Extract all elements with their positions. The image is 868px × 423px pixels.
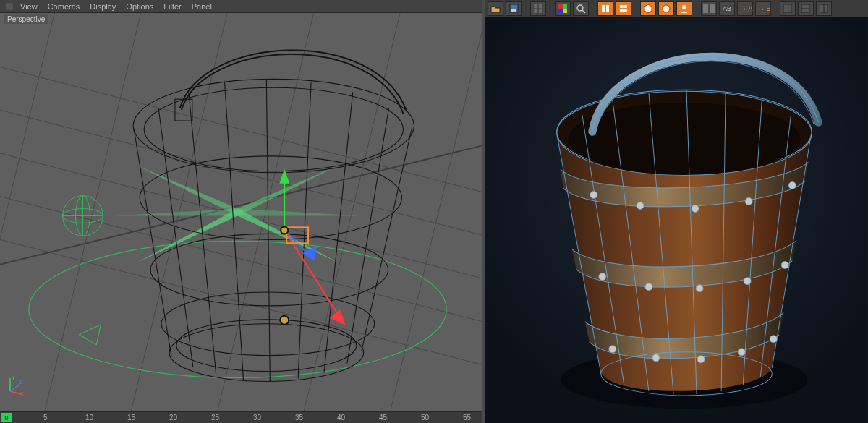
svg-rect-71 bbox=[710, 4, 715, 13]
timeline-tick: 50 bbox=[421, 414, 429, 422]
svg-point-95 bbox=[692, 205, 699, 212]
svg-point-97 bbox=[788, 181, 796, 189]
svg-rect-66 bbox=[620, 5, 627, 8]
timeline-tick: 5 bbox=[43, 414, 48, 422]
svg-rect-61 bbox=[563, 9, 567, 13]
search-icon[interactable] bbox=[573, 1, 589, 16]
svg-line-36 bbox=[362, 128, 412, 351]
svg-point-21 bbox=[133, 79, 414, 172]
menu-filter[interactable]: Filter bbox=[163, 2, 181, 11]
uv-a-icon[interactable] bbox=[780, 1, 796, 16]
svg-point-104 bbox=[652, 354, 660, 362]
svg-line-4 bbox=[0, 57, 482, 201]
timeline-tick: 30 bbox=[253, 414, 261, 422]
menu-options[interactable]: Options bbox=[126, 2, 153, 11]
timeline[interactable]: 0 5 10 15 20 25 30 35 40 45 50 55 bbox=[0, 411, 482, 423]
svg-rect-67 bbox=[620, 9, 627, 12]
svg-point-101 bbox=[744, 278, 751, 285]
svg-point-96 bbox=[745, 197, 752, 205]
svg-line-5 bbox=[0, 13, 58, 411]
svg-rect-58 bbox=[558, 4, 563, 9]
texture-render-viewport[interactable] bbox=[485, 17, 868, 423]
save-icon[interactable] bbox=[506, 1, 522, 16]
svg-point-99 bbox=[645, 283, 652, 291]
svg-text:Y: Y bbox=[12, 375, 15, 380]
svg-point-93 bbox=[590, 191, 597, 198]
menu-cameras[interactable]: Cameras bbox=[48, 2, 80, 11]
uv-c-icon[interactable] bbox=[816, 1, 832, 16]
shaded-icon[interactable] bbox=[658, 1, 674, 16]
svg-line-49 bbox=[10, 385, 19, 391]
svg-line-63 bbox=[582, 10, 585, 13]
svg-line-33 bbox=[298, 82, 311, 378]
swatch-icon[interactable] bbox=[555, 1, 571, 16]
open-folder-icon[interactable] bbox=[488, 1, 503, 16]
timeline-tick: 40 bbox=[337, 414, 345, 422]
svg-point-12 bbox=[29, 241, 446, 377]
timeline-tick: 15 bbox=[127, 414, 135, 422]
grid-icon[interactable] bbox=[530, 1, 546, 16]
svg-marker-15 bbox=[115, 209, 359, 216]
menu-view[interactable]: View bbox=[20, 2, 38, 11]
svg-line-3 bbox=[0, 230, 482, 374]
svg-text:Z: Z bbox=[19, 380, 22, 385]
cube-icon[interactable] bbox=[640, 1, 656, 16]
svg-point-69 bbox=[682, 5, 686, 9]
rendered-bucket bbox=[485, 17, 868, 423]
svg-point-23 bbox=[169, 324, 364, 382]
timeline-tick: 20 bbox=[169, 414, 177, 422]
svg-rect-65 bbox=[606, 5, 609, 12]
svg-point-98 bbox=[599, 273, 606, 281]
svg-point-102 bbox=[781, 262, 788, 269]
svg-point-103 bbox=[609, 346, 616, 353]
svg-rect-59 bbox=[563, 4, 567, 9]
viewport-content bbox=[0, 13, 482, 411]
menu-display[interactable]: Display bbox=[90, 2, 116, 11]
viewport-menubar: View Cameras Display Options Filter Pane… bbox=[0, 0, 482, 13]
svg-point-68 bbox=[663, 5, 670, 12]
svg-point-107 bbox=[770, 336, 777, 343]
light-sphere-gizmo-icon bbox=[63, 196, 103, 236]
library-a-icon[interactable] bbox=[597, 1, 613, 16]
svg-point-105 bbox=[697, 356, 705, 363]
menu-panel[interactable]: Panel bbox=[192, 2, 212, 11]
uv-b-icon[interactable] bbox=[798, 1, 814, 16]
svg-rect-54 bbox=[511, 9, 516, 12]
arrow-a-button[interactable]: →A bbox=[737, 1, 753, 16]
svg-point-100 bbox=[696, 285, 703, 292]
timeline-tick: 25 bbox=[211, 414, 219, 422]
svg-point-106 bbox=[738, 349, 745, 356]
timeline-tick: 45 bbox=[379, 414, 387, 422]
svg-rect-64 bbox=[602, 5, 605, 12]
render-toolbar: AB →A →B bbox=[485, 0, 868, 17]
svg-point-62 bbox=[577, 5, 583, 11]
svg-line-6 bbox=[43, 13, 144, 411]
arrow-b-button[interactable]: →B bbox=[755, 1, 771, 16]
current-frame-indicator[interactable]: 0 bbox=[1, 413, 12, 422]
timeline-tick: 35 bbox=[295, 414, 303, 422]
svg-point-46 bbox=[280, 316, 289, 325]
svg-point-45 bbox=[281, 226, 288, 234]
svg-rect-72 bbox=[783, 4, 792, 13]
collapse-control-icon[interactable] bbox=[6, 3, 13, 10]
svg-point-24 bbox=[176, 320, 357, 372]
timeline-tick: 55 bbox=[463, 414, 471, 422]
svg-line-0 bbox=[0, 101, 482, 244]
svg-rect-60 bbox=[558, 9, 563, 13]
svg-point-94 bbox=[637, 202, 644, 209]
svg-text:X: X bbox=[20, 391, 24, 396]
library-b-icon[interactable] bbox=[616, 1, 631, 16]
timeline-tick: 10 bbox=[85, 414, 93, 422]
ab-panel-icon[interactable] bbox=[701, 1, 717, 16]
svg-line-34 bbox=[324, 92, 353, 372]
svg-point-81 bbox=[569, 103, 801, 175]
ab-text-icon[interactable]: AB bbox=[719, 1, 735, 16]
perspective-viewport[interactable]: Perspective bbox=[0, 13, 482, 411]
axis-indicator-icon: Y X Z bbox=[6, 375, 26, 396]
svg-rect-70 bbox=[703, 4, 708, 13]
svg-marker-41 bbox=[330, 309, 346, 325]
head-icon[interactable] bbox=[676, 1, 692, 16]
